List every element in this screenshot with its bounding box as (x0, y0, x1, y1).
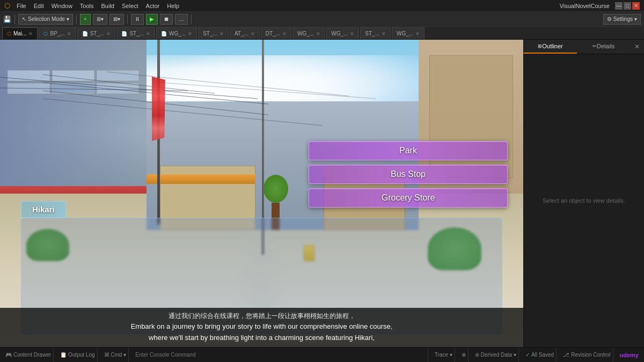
settings-button[interactable]: ⚙ Settings ▾ (603, 14, 641, 25)
tab-close-4[interactable]: ✕ (188, 31, 192, 36)
more-button[interactable]: … (175, 14, 188, 25)
menu-window[interactable]: Window (48, 2, 76, 10)
tab-close-10[interactable]: ✕ (382, 31, 386, 36)
tab-6[interactable]: AT_... ✕ (230, 27, 260, 39)
search-icon: ⊕ (462, 352, 466, 358)
transform-button[interactable]: ⊠▾ (109, 14, 124, 25)
subtitle-bar: 通过我们的综合在线课程，您将踏上一段让故事栩栩如生的旅程， Embark on … (0, 308, 523, 347)
status-output-log[interactable]: 📋 Output Log (58, 348, 97, 362)
toolbar-separator-2 (76, 14, 77, 24)
tab-10[interactable]: ST_... ✕ (360, 27, 391, 39)
choice-park-button[interactable]: Park (309, 141, 508, 160)
menu-tools[interactable]: Tools (77, 2, 97, 10)
tab-label-2: ST_... (90, 31, 105, 36)
tab-icon-4: 📄 (161, 31, 167, 36)
tab-4[interactable]: 📄 WG_... ✕ (156, 27, 197, 39)
choice-bus-stop-button[interactable]: Bus Stop (309, 165, 508, 184)
status-trace[interactable]: Trace ▾ (433, 348, 455, 362)
close-button[interactable]: ✕ (632, 2, 640, 10)
tab-close-0[interactable]: ✕ (28, 31, 33, 36)
console-input[interactable] (135, 352, 426, 358)
tab-icon-3: 📄 (121, 31, 127, 36)
menu-help[interactable]: Help (164, 2, 182, 10)
tab-11[interactable]: WG_... ✕ (392, 27, 425, 39)
maximize-button[interactable]: □ (624, 2, 631, 10)
pencil-icon: ✏ (592, 43, 597, 49)
tab-close-5[interactable]: ✕ (219, 31, 224, 36)
plus-icon: + (84, 16, 87, 22)
checkmark-icon: ✓ (525, 352, 530, 358)
panel-close-button[interactable]: ✕ (630, 40, 644, 54)
tab-close-1[interactable]: ✕ (67, 31, 71, 36)
tab-3[interactable]: 📄 ST_... ✕ (116, 27, 155, 39)
menu-bar: ⬡ File Edit Window Tools Build Select Ac… (0, 0, 644, 12)
choice-grocery-store-button[interactable]: Grocery Store (309, 188, 508, 208)
subtitle-en: Embark on a journey to bring your story … (21, 321, 502, 344)
status-search[interactable]: ⊕ (459, 348, 469, 362)
tab-bar: ⬡ Mai... ✕ ⬡ BP_... ✕ 📄 ST_... ✕ 📄 ST_..… (0, 27, 644, 40)
panel-tab-details[interactable]: ✏ Details (577, 40, 630, 54)
status-console-input[interactable] (133, 348, 428, 362)
unreal-logo-icon: ⬡ (4, 2, 10, 10)
save-icon: 💾 (3, 16, 11, 23)
branch-icon: ⎇ (563, 352, 569, 358)
snap-button[interactable]: ⊞▾ (93, 14, 107, 25)
gear-icon: ⚙ (607, 16, 612, 22)
subtitle-cn: 通过我们的综合在线课程，您将踏上一段让故事栩栩如生的旅程， (21, 311, 502, 321)
panel-content: Select an object to view details. (524, 54, 644, 347)
speaker-name-box: Hikari (21, 201, 66, 218)
tab-close-8[interactable]: ✕ (316, 31, 320, 36)
cursor-icon: ↖ (22, 16, 26, 22)
tab-close-9[interactable]: ✕ (350, 31, 354, 36)
menu-build[interactable]: Build (98, 2, 118, 10)
tab-9[interactable]: WG_... ✕ (326, 27, 359, 39)
cmd-label: ⌘ Cmd ▾ (104, 352, 127, 358)
selection-mode-label: Selection Mode (28, 16, 65, 22)
tab-icon-2: 📄 (82, 31, 88, 36)
status-content-drawer[interactable]: 🎮 Content Drawer (3, 348, 54, 362)
tab-label-6: AT_... (235, 31, 248, 36)
toolbar-separator-3 (127, 14, 128, 24)
tab-close-3[interactable]: ✕ (146, 31, 150, 36)
right-panel: ⊞ Outliner ✏ Details ✕ Select an object … (523, 40, 644, 347)
tab-label-11: WG_... (397, 31, 413, 36)
minimize-button[interactable]: — (615, 2, 623, 10)
play-button[interactable]: ▶ (146, 14, 158, 25)
menu-edit[interactable]: Edit (31, 2, 47, 10)
add-button[interactable]: + (80, 14, 91, 25)
selection-mode-button[interactable]: ↖ Selection Mode ▾ (18, 14, 73, 25)
status-all-saved: ✓ All Saved (523, 348, 557, 362)
content-drawer-label: Content Drawer (13, 352, 51, 358)
tab-close-11[interactable]: ✕ (415, 31, 420, 36)
derived-label: Derived Data ▾ (481, 352, 516, 358)
status-cmd[interactable]: ⌘ Cmd ▾ (102, 348, 129, 362)
tab-1[interactable]: ⬡ BP_... ✕ (39, 27, 76, 39)
status-derived-data[interactable]: ⊛ Derived Data ▾ (473, 348, 519, 362)
outliner-label: Outliner (542, 43, 563, 49)
status-revision-control[interactable]: ⎇ Revision Control (561, 348, 613, 362)
main-area: 小さな店 (0, 40, 644, 347)
status-bar: 🎮 Content Drawer 📋 Output Log ⌘ Cmd ▾ Tr… (0, 347, 644, 362)
tab-close-7[interactable]: ✕ (282, 31, 287, 36)
menu-actor[interactable]: Actor (143, 2, 163, 10)
tab-7[interactable]: DT_... ✕ (261, 27, 291, 39)
menu-select[interactable]: Select (119, 2, 142, 10)
derived-icon: ⊛ (475, 352, 479, 358)
stop-button[interactable]: ⏹ (160, 14, 173, 25)
toolbar: 💾 ↖ Selection Mode ▾ + ⊞▾ ⊠▾ ⏸ ▶ ⏹ … ⚙ S… (0, 12, 644, 27)
tab-5[interactable]: ST_... ✕ (198, 27, 229, 39)
pause-button[interactable]: ⏸ (131, 14, 144, 25)
menu-file[interactable]: File (13, 2, 30, 10)
window-controls: — □ ✕ (615, 2, 640, 10)
tab-8[interactable]: WG_... ✕ (292, 27, 325, 39)
tab-label-1: BP_... (50, 31, 64, 36)
drawer-icon: 🎮 (5, 352, 12, 358)
tab-close-6[interactable]: ✕ (251, 31, 255, 36)
tab-close-2[interactable]: ✕ (106, 31, 111, 36)
tab-2[interactable]: 📄 ST_... ✕ (77, 27, 116, 39)
tab-0[interactable]: ⬡ Mai... ✕ (2, 27, 38, 39)
udemy-logo: udemy (620, 352, 639, 358)
trace-label: Trace ▾ (435, 352, 452, 358)
output-log-label: Output Log (68, 352, 94, 358)
panel-tab-outliner[interactable]: ⊞ Outliner (524, 40, 577, 54)
